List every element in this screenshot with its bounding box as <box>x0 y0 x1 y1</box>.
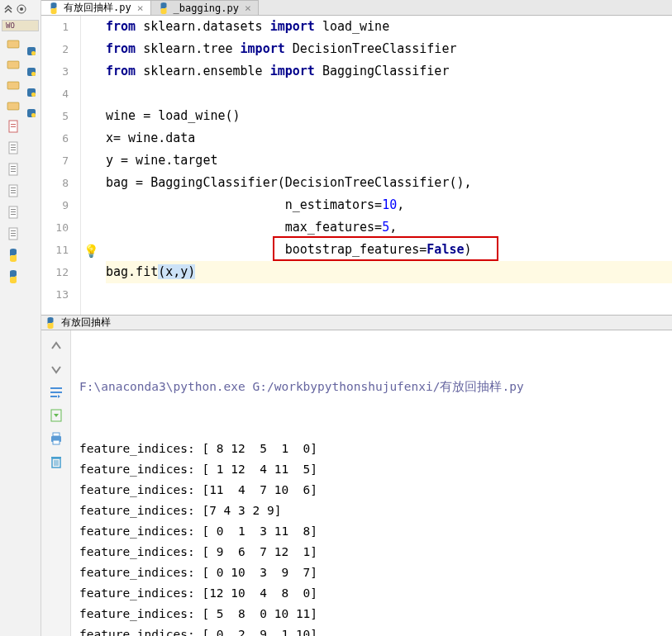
svg-rect-23 <box>11 168 16 169</box>
svg-rect-13 <box>31 113 36 117</box>
file-item[interactable] <box>0 225 41 246</box>
svg-rect-39 <box>50 396 57 397</box>
svg-rect-31 <box>11 211 16 212</box>
target-icon[interactable] <box>16 3 27 15</box>
code-editor[interactable]: 12345678910111213 💡 from sklearn.dataset… <box>41 16 672 315</box>
svg-rect-34 <box>11 230 16 231</box>
scroll-down-icon[interactable] <box>49 362 64 377</box>
file-item[interactable] <box>0 139 41 160</box>
console-stdout: feature_indices: [ 8 12 5 1 0]feature_in… <box>79 439 664 636</box>
file-item[interactable] <box>0 203 41 225</box>
folder-item[interactable] <box>0 97 41 117</box>
editor-tabs: 有放回抽样.py × _bagging.py × <box>41 0 672 16</box>
line-number-gutter: 12345678910111213 <box>41 16 81 315</box>
left-toolbar: WO <box>0 0 41 636</box>
close-icon[interactable]: × <box>137 2 144 14</box>
svg-rect-5 <box>7 61 19 69</box>
print-icon[interactable] <box>49 431 64 446</box>
file-item[interactable] <box>0 182 41 203</box>
svg-rect-35 <box>11 233 16 234</box>
folder-item[interactable] <box>0 76 41 97</box>
close-icon[interactable]: × <box>245 2 251 14</box>
python-icon <box>48 2 60 14</box>
console-tab-label[interactable]: 有放回抽样 <box>61 316 111 330</box>
svg-rect-24 <box>11 171 16 172</box>
svg-rect-8 <box>7 82 19 89</box>
gutter-marks: 💡 <box>81 16 102 315</box>
svg-rect-11 <box>7 102 19 110</box>
svg-rect-2 <box>7 40 19 48</box>
editor-tab[interactable]: _bagging.py × <box>151 0 259 15</box>
file-item[interactable] <box>0 117 41 139</box>
console-toolbar <box>41 330 71 636</box>
code-area[interactable]: from sklearn.datasets import load_winefr… <box>102 16 672 315</box>
folder-item[interactable] <box>0 55 41 76</box>
svg-rect-43 <box>53 440 60 444</box>
collapse-icon[interactable] <box>2 3 14 15</box>
svg-rect-45 <box>51 457 61 458</box>
console-panel: F:\anaconda3\python.exe G:/workbypythons… <box>41 330 672 636</box>
svg-rect-30 <box>11 209 16 210</box>
soft-wrap-icon[interactable] <box>49 385 64 400</box>
svg-rect-42 <box>53 433 60 436</box>
trash-icon[interactable] <box>49 454 64 469</box>
tab-label: 有放回抽样.py <box>64 1 131 15</box>
svg-rect-36 <box>11 235 16 236</box>
project-name-tag[interactable]: WO <box>2 20 39 31</box>
scroll-to-end-icon[interactable] <box>49 408 64 423</box>
svg-rect-38 <box>50 392 62 393</box>
svg-rect-32 <box>11 214 16 215</box>
svg-rect-37 <box>50 387 62 389</box>
tab-label: _bagging.py <box>174 2 239 14</box>
python-file-item[interactable] <box>0 246 41 268</box>
svg-rect-15 <box>11 124 16 125</box>
svg-rect-20 <box>11 150 16 150</box>
console-output[interactable]: F:\anaconda3\python.exe G:/workbypythons… <box>71 330 672 636</box>
console-command-line: F:\anaconda3\python.exe G:/workbypythons… <box>79 377 664 397</box>
svg-rect-28 <box>11 192 16 193</box>
svg-rect-27 <box>11 190 16 191</box>
scroll-up-icon[interactable] <box>49 339 64 354</box>
svg-rect-16 <box>11 126 16 127</box>
svg-rect-22 <box>11 166 16 167</box>
svg-point-1 <box>20 7 23 11</box>
editor-tab-active[interactable]: 有放回抽样.py × <box>41 0 151 15</box>
python-icon <box>158 2 169 14</box>
python-file-item[interactable] <box>0 268 41 289</box>
intention-bulb-icon[interactable]: 💡 <box>83 240 99 263</box>
file-item[interactable] <box>0 160 41 182</box>
folder-item[interactable] <box>0 35 41 55</box>
svg-rect-26 <box>11 187 16 188</box>
svg-rect-18 <box>11 145 16 145</box>
svg-rect-19 <box>11 147 16 148</box>
python-icon <box>45 317 56 329</box>
console-tab-bar: 有放回抽样 <box>41 315 672 330</box>
